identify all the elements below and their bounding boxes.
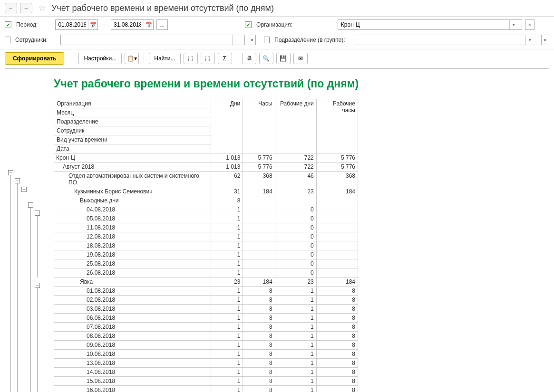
nav-back-button[interactable]: ← (5, 3, 17, 13)
table-row[interactable]: 10.08.20181818 (54, 350, 358, 359)
cell-value (316, 232, 358, 241)
table-row[interactable]: 18.08.201810 (54, 241, 358, 250)
table-row[interactable]: 11.08.201810 (54, 223, 358, 232)
cell-value: 1 (275, 314, 316, 323)
table-row[interactable]: Выходные дни8 (54, 196, 358, 205)
employees-field[interactable] (61, 36, 232, 44)
org-checkbox[interactable] (245, 21, 252, 28)
employees-checkbox[interactable] (5, 37, 10, 43)
date-to-field[interactable] (111, 20, 144, 29)
row-label: 05.08.2018 (54, 214, 211, 223)
variants-button[interactable]: 📋▾ (125, 53, 139, 64)
cell-value: 1 (211, 287, 243, 296)
org-clear-button[interactable]: × (525, 19, 535, 30)
division-field[interactable] (354, 36, 525, 44)
table-row[interactable]: 14.08.20181818 (54, 368, 358, 377)
expand-icon-button[interactable]: ⬚ (184, 53, 198, 64)
table-row[interactable]: 05.08.201810 (54, 214, 358, 223)
table-row[interactable]: 19.08.201810 (54, 250, 358, 259)
date-from-input[interactable]: 📅 (55, 19, 98, 30)
dropdown-icon[interactable]: ▾ (525, 35, 534, 45)
table-row[interactable]: 15.08.20181818 (54, 377, 358, 386)
generate-button[interactable]: Сформировать (5, 52, 64, 65)
preview-button[interactable]: 🔍 (259, 53, 273, 64)
row-label: 09.08.2018 (54, 341, 211, 350)
date-to-input[interactable]: 📅 (111, 19, 154, 30)
calendar-icon[interactable]: 📅 (144, 20, 153, 29)
ellipsis-icon[interactable]: … (232, 35, 241, 45)
row-label: 03.08.2018 (54, 305, 211, 314)
cell-value (243, 250, 275, 259)
cell-value: 23 (275, 187, 316, 196)
cell-value (316, 205, 358, 214)
table-row[interactable]: 16.08.20181818 (54, 386, 358, 392)
table-row[interactable]: 08.08.20181818 (54, 332, 358, 341)
org-select[interactable]: ▾ (338, 19, 522, 30)
row-label: 18.08.2018 (54, 241, 211, 250)
tree-toggle[interactable]: − (28, 202, 33, 208)
print-button[interactable]: 🖶 (242, 53, 256, 64)
table-row[interactable]: 03.08.20181818 (54, 305, 358, 314)
row-label: Выходные дни (54, 196, 211, 205)
table-row[interactable]: 06.08.20181818 (54, 314, 358, 323)
tree-toggle[interactable]: − (35, 283, 40, 288)
table-row[interactable]: 01.08.20181818 (54, 287, 358, 296)
cell-value: 31 (211, 187, 243, 196)
table-row[interactable]: 04.08.201810 (54, 205, 358, 214)
cell-value: 1 (211, 296, 243, 305)
cell-value (243, 196, 275, 205)
row-label: Крон-Ц (54, 153, 211, 163)
settings-button[interactable]: Настройки... (78, 53, 122, 64)
cell-value: 5 776 (316, 153, 358, 163)
calendar-icon[interactable]: 📅 (88, 20, 97, 29)
collapse-icon-button[interactable]: ⬚ (201, 53, 215, 64)
period-picker-button[interactable]: ... (156, 19, 168, 30)
division-select[interactable]: ▾ (354, 35, 538, 45)
cell-value: 1 (211, 377, 243, 386)
tree-toggle[interactable]: − (15, 178, 20, 183)
table-row[interactable]: 12.08.201810 (54, 232, 358, 241)
save-button[interactable]: 💾 (276, 53, 291, 64)
tree-toggle[interactable]: − (35, 210, 40, 216)
sum-button[interactable]: Σ (218, 53, 232, 64)
table-row[interactable]: 25.08.201810 (54, 259, 358, 268)
dropdown-icon[interactable]: ▾ (509, 20, 518, 29)
date-from-field[interactable] (56, 20, 88, 29)
table-row[interactable]: Отдел автоматизированных систем и систем… (54, 172, 358, 187)
table-row[interactable]: 02.08.20181818 (54, 296, 358, 305)
cell-value (316, 214, 358, 223)
tree-toggle[interactable]: − (21, 187, 27, 192)
employees-select[interactable]: … (60, 35, 245, 45)
table-row[interactable]: Кузьминых Борис Семенович3118423184 (54, 187, 358, 196)
cell-value: 1 (211, 241, 243, 250)
period-checkbox[interactable] (5, 21, 11, 28)
row-label: 07.08.2018 (54, 323, 211, 332)
row-label: 19.08.2018 (54, 250, 211, 259)
org-label: Организация: (256, 21, 292, 28)
tree-toggle[interactable]: − (8, 170, 13, 175)
division-checkbox[interactable] (264, 37, 270, 43)
nav-forward-button[interactable]: → (20, 3, 32, 13)
org-field[interactable] (338, 20, 509, 29)
table-row[interactable]: 26.08.201810 (54, 268, 358, 277)
table-row[interactable]: 13.08.20181818 (54, 359, 358, 368)
cell-value: 184 (316, 187, 358, 196)
row-label: 12.08.2018 (54, 232, 211, 241)
table-row[interactable]: Август 20181 0135 7767225 776 (54, 163, 358, 172)
table-row[interactable]: Крон-Ц1 0135 7767225 776 (54, 153, 358, 163)
row-label: 01.08.2018 (54, 287, 211, 296)
email-button[interactable]: ✉ (293, 53, 308, 64)
table-row[interactable]: 07.08.20181818 (54, 323, 358, 332)
cell-value: 8 (243, 341, 275, 350)
period-label: Период: (16, 21, 38, 28)
cell-value (316, 250, 358, 259)
table-row[interactable]: Явка2318423184 (54, 277, 358, 287)
division-clear-button[interactable]: × (541, 35, 549, 45)
employees-label: Сотрудники: (15, 37, 48, 43)
cell-value: 0 (275, 259, 316, 268)
cell-value: 184 (243, 187, 275, 196)
favorite-star-icon[interactable]: ☆ (38, 3, 46, 13)
employees-clear-button[interactable]: × (248, 35, 256, 45)
find-button[interactable]: Найти... (149, 53, 180, 64)
table-row[interactable]: 09.08.20181818 (54, 341, 358, 350)
